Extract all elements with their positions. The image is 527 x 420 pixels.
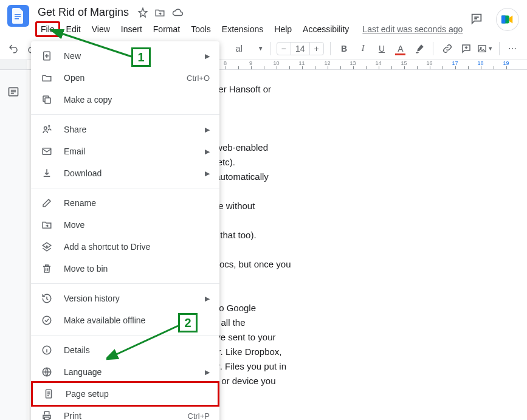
ruler-tick <box>232 60 244 69</box>
add-comment-icon[interactable] <box>458 41 474 57</box>
ruler-tick: 8 <box>219 60 232 69</box>
submenu-arrow-icon: ▶ <box>205 126 210 134</box>
insert-image-icon[interactable]: ▼ <box>477 41 493 57</box>
bold-button[interactable]: B <box>337 41 352 57</box>
menu-item-label: Add a shortcut to Drive <box>64 242 210 252</box>
add-shortcut-icon <box>41 241 53 253</box>
ruler-tick: 13 <box>346 60 359 69</box>
copy-icon <box>41 94 53 106</box>
svg-rect-9 <box>45 98 50 103</box>
font-name-field[interactable]: al <box>236 44 254 53</box>
menu-item-label: Download <box>64 168 205 178</box>
menu-item-label: Share <box>64 125 205 134</box>
meet-icon[interactable] <box>497 9 518 30</box>
left-gutter <box>0 70 27 420</box>
menu-file[interactable]: File <box>35 21 60 37</box>
globe-icon <box>41 366 53 378</box>
file-menu-dropdown: New▶OpenCtrl+OMake a copyShare▶Email▶Dow… <box>31 41 219 420</box>
annotation-2: 2 <box>178 313 198 332</box>
file-menu-details[interactable]: Details <box>31 339 219 361</box>
document-title[interactable]: Get Rid of Margins <box>35 5 131 20</box>
page-setup-icon <box>43 388 55 400</box>
last-edit-link[interactable]: Last edit was seconds ago <box>362 24 463 34</box>
info-icon <box>41 344 53 356</box>
title-area: Get Rid of Margins File Edit View Insert… <box>35 5 520 37</box>
menu-item-label: Email <box>64 146 205 156</box>
italic-button[interactable]: I <box>356 41 371 57</box>
font-size-control: − 14 + <box>277 42 324 55</box>
undo-icon[interactable] <box>6 41 21 57</box>
file-menu-new[interactable]: New▶ <box>31 45 219 67</box>
download-icon <box>41 167 53 179</box>
file-menu-move-to-bin[interactable]: Move to bin <box>31 258 219 280</box>
print-icon <box>41 410 53 420</box>
more-button[interactable]: ⋯ <box>506 41 521 57</box>
file-menu-make-a-copy[interactable]: Make a copy <box>31 89 219 111</box>
submenu-arrow-icon: ▶ <box>205 148 210 156</box>
file-menu-email[interactable]: Email▶ <box>31 140 219 162</box>
ruler-tick: 11 <box>295 60 308 69</box>
font-size-increase[interactable]: + <box>310 44 323 53</box>
menu-item-label: Version history <box>64 294 205 303</box>
star-icon[interactable] <box>137 7 148 18</box>
file-menu-add-a-shortcut-to-drive[interactable]: Add a shortcut to Drive <box>31 236 219 258</box>
folder-open-icon <box>41 72 53 84</box>
menu-item-label: Language <box>64 367 205 377</box>
file-menu-download[interactable]: Download▶ <box>31 162 219 184</box>
font-size-value[interactable]: 14 <box>291 43 310 55</box>
menu-edit[interactable]: Edit <box>61 22 86 36</box>
menu-accessibility[interactable]: Accessibility <box>298 22 354 36</box>
menu-shortcut: Ctrl+O <box>187 74 210 83</box>
highlight-icon[interactable] <box>412 41 427 57</box>
menu-insert[interactable]: Insert <box>116 22 147 36</box>
file-menu-print[interactable]: PrintCtrl+P <box>31 405 219 420</box>
ruler-tick: 9 <box>244 60 257 69</box>
file-menu-move[interactable]: Move <box>31 214 219 236</box>
comments-icon[interactable] <box>470 12 483 27</box>
ruler-tick <box>436 60 449 69</box>
svg-rect-0 <box>15 14 21 15</box>
ruler-tick: 18 <box>474 60 487 69</box>
file-menu-language[interactable]: Language▶ <box>31 361 219 383</box>
ruler-tick <box>461 60 474 69</box>
file-menu-share[interactable]: Share▶ <box>31 119 219 140</box>
annotation-1: 1 <box>131 47 151 67</box>
move-icon[interactable] <box>154 7 165 18</box>
ruler-tick <box>283 60 295 69</box>
menu-divider <box>31 283 219 284</box>
chevron-down-icon[interactable]: ▼ <box>258 45 264 52</box>
file-menu-open[interactable]: OpenCtrl+O <box>31 67 219 89</box>
svg-point-6 <box>480 47 481 48</box>
ruler-tick <box>385 60 398 69</box>
menu-divider <box>31 114 219 115</box>
menu-item-label: Move to bin <box>64 264 210 274</box>
text-color-button[interactable]: A <box>393 41 408 57</box>
docs-logo-icon[interactable] <box>7 5 29 27</box>
insert-link-icon[interactable] <box>439 41 455 57</box>
plus-doc-icon <box>41 50 53 62</box>
font-size-decrease[interactable]: − <box>277 44 291 53</box>
outline-icon[interactable] <box>7 86 19 420</box>
ruler-tick <box>257 60 270 69</box>
email-icon <box>41 145 53 157</box>
file-menu-page-setup[interactable]: Page setup <box>31 381 219 407</box>
ruler-tick: 14 <box>372 60 385 69</box>
ruler-tick <box>308 60 321 69</box>
file-menu-version-history[interactable]: Version history▶ <box>31 287 219 309</box>
menu-extensions[interactable]: Extensions <box>217 22 268 36</box>
cloud-icon[interactable] <box>171 7 184 18</box>
menu-tools[interactable]: Tools <box>186 22 216 36</box>
menu-shortcut: Ctrl+P <box>188 411 210 421</box>
menu-format[interactable]: Format <box>148 22 185 36</box>
file-menu-rename[interactable]: Rename <box>31 192 219 214</box>
share-icon <box>41 123 53 136</box>
menu-view[interactable]: View <box>87 22 115 36</box>
menu-help[interactable]: Help <box>269 22 297 36</box>
ruler-tick: 19 <box>500 60 512 69</box>
offline-icon <box>41 314 53 326</box>
menu-item-label: Print <box>64 411 188 420</box>
menu-item-label: Page setup <box>66 389 208 399</box>
svg-point-10 <box>44 127 47 130</box>
submenu-arrow-icon: ▶ <box>205 170 210 177</box>
underline-button[interactable]: U <box>374 41 390 57</box>
